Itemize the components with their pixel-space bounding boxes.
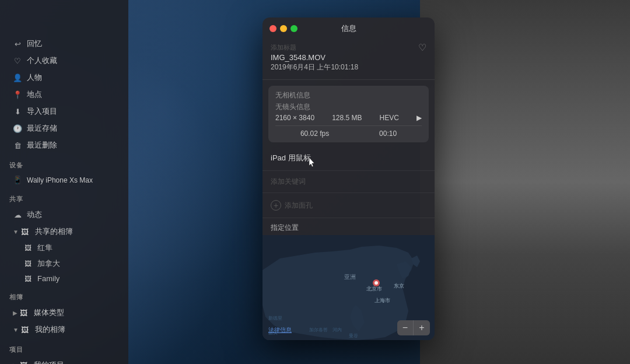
close-button[interactable]	[270, 25, 276, 32]
shared-albums-arrow: ▼	[13, 229, 19, 235]
sidebar-item-iphone[interactable]: 📱 Wally iPhone Xs Max	[4, 173, 125, 187]
sidebar-item-recently-saved[interactable]: 🕐 最近存储	[4, 120, 125, 136]
duration-value: 00:10	[379, 130, 397, 138]
meta-box: 无相机信息 无镜头信息 2160 × 3840 128.5 MB HEVC ▶ …	[268, 86, 429, 142]
media-type-arrow: ▶	[13, 310, 18, 316]
no-lens-label: 无镜头信息	[275, 102, 310, 112]
recently-saved-icon: 🕐	[13, 124, 22, 133]
meta-row-lens: 无镜头信息	[275, 102, 422, 112]
my-albums-icon: 🖼	[21, 326, 30, 334]
section-albums: 相簿	[0, 286, 128, 304]
shared-albums-icon: 🖼	[21, 228, 30, 236]
svg-text:亚洲: 亚洲	[344, 274, 356, 280]
video-icon: ▶	[416, 114, 422, 122]
sidebar-item-imports[interactable]: ⬇ 导入项目	[4, 103, 125, 120]
sidebar-item-shared-albums[interactable]: ▼ 🖼 共享的相簿	[4, 223, 125, 240]
sidebar-item-places[interactable]: 📍 地点	[4, 86, 125, 103]
meta-row-resolution: 2160 × 3840 128.5 MB HEVC ▶	[275, 114, 422, 122]
sidebar-item-memories[interactable]: ↩ 回忆	[4, 36, 125, 52]
svg-text:新德里: 新德里	[268, 316, 282, 321]
imports-icon: ⬇	[13, 107, 22, 116]
minimize-button[interactable]	[280, 25, 287, 32]
media-type-icon: 🖼	[20, 309, 29, 317]
panel-title: 信息	[341, 23, 356, 34]
my-projects-icon: 🖼	[20, 361, 29, 365]
zoom-in-button[interactable]: +	[414, 320, 430, 335]
people-icon: 👤	[13, 74, 22, 82]
fps-value: 60.02 fps	[300, 130, 329, 138]
places-icon: 📍	[13, 90, 22, 99]
svg-text:上海市: 上海市	[374, 298, 390, 303]
sidebar-item-honghe[interactable]: 🖼 红隼	[4, 240, 125, 256]
section-projects: 项目	[0, 338, 128, 356]
panel-titlebar: 信息	[262, 18, 435, 40]
sidebar-item-people[interactable]: 👤 人物	[4, 69, 125, 86]
sidebar: ↩ 回忆 ♡ 个人收藏 👤 人物 📍 地点 ⬇ 导入项目 🕐 最近存储 🗑 最近…	[0, 0, 128, 364]
panel-header: ♡ 添加标题 IMG_3548.MOV 2019年6月4日 上午10:01:18	[262, 40, 435, 80]
meta-row-camera: 无相机信息	[275, 90, 422, 100]
section-shared: 共享	[0, 188, 128, 206]
sidebar-item-family[interactable]: 🖼 Family	[4, 272, 125, 285]
map-legal-link[interactable]: 法律信息	[268, 326, 292, 334]
add-face-section: + 添加面孔	[262, 193, 435, 218]
my-albums-arrow: ▼	[13, 327, 19, 333]
location-label: 指定位置	[262, 218, 435, 235]
svg-text:曼谷: 曼谷	[349, 333, 358, 338]
my-projects-arrow: ▶	[13, 362, 18, 365]
honghe-icon: 🖼	[24, 244, 33, 252]
resolution-value: 2160 × 3840	[275, 114, 314, 122]
map-controls: − +	[397, 320, 430, 335]
svg-text:加尔各答: 加尔各答	[309, 327, 328, 332]
sidebar-item-favorites[interactable]: ♡ 个人收藏	[4, 52, 125, 69]
sidebar-item-canada[interactable]: 🖼 加拿大	[4, 256, 125, 271]
sidebar-item-my-albums[interactable]: ▼ 🖼 我的相簿	[4, 321, 125, 338]
codec-value: HEVC	[380, 114, 399, 122]
add-title-placeholder[interactable]: 添加标题	[271, 43, 426, 52]
sidebar-item-my-projects[interactable]: ▶ 🖼 我的项目	[4, 357, 125, 364]
iphone-icon: 📱	[13, 176, 22, 184]
add-face-button[interactable]: + 添加面孔	[271, 198, 426, 213]
sidebar-item-media-type[interactable]: ▶ 🖼 媒体类型	[4, 304, 125, 321]
map-container[interactable]: 亚洲 北京市 东京 上海市 新德里 加尔各答 河内 孟买 曼谷 法律信息 − +	[262, 235, 435, 340]
file-date: 2019年6月4日 上午10:01:18	[271, 62, 426, 72]
family-icon: 🖼	[24, 275, 33, 283]
device-section: iPad 用鼠标	[262, 148, 435, 171]
activity-icon: ☁	[13, 211, 22, 219]
svg-text:北京市: 北京市	[366, 286, 382, 292]
favorites-icon: ♡	[13, 57, 22, 65]
traffic-lights	[270, 25, 298, 32]
svg-text:河内: 河内	[332, 327, 342, 332]
meta-row-fps: 60.02 fps 00:10	[275, 130, 422, 138]
svg-point-6	[374, 281, 378, 285]
filename: IMG_3548.MOV	[271, 53, 426, 62]
favorite-button[interactable]: ♡	[418, 42, 426, 53]
maximize-button[interactable]	[290, 25, 298, 32]
info-panel: 信息 ♡ 添加标题 IMG_3548.MOV 2019年6月4日 上午10:01…	[262, 18, 435, 340]
recently-deleted-icon: 🗑	[13, 141, 22, 150]
zoom-out-button[interactable]: −	[397, 320, 414, 335]
no-camera-label: 无相机信息	[275, 90, 310, 100]
svg-text:东京: 东京	[394, 283, 404, 289]
size-value: 128.5 MB	[332, 114, 362, 122]
device-label: iPad 用鼠标	[271, 153, 426, 163]
sidebar-item-activity[interactable]: ☁ 动态	[4, 206, 125, 223]
canada-icon: 🖼	[24, 260, 33, 268]
add-face-label: 添加面孔	[285, 201, 313, 211]
keyword-placeholder[interactable]: 添加关键词	[271, 176, 426, 188]
memories-icon: ↩	[13, 40, 22, 48]
section-devices: 设备	[0, 154, 128, 172]
bg-photo-right	[420, 0, 630, 364]
keywords-section: 添加关键词	[262, 171, 435, 193]
sidebar-item-recently-deleted[interactable]: 🗑 最近删除	[4, 137, 125, 153]
add-face-circle-icon: +	[271, 200, 281, 211]
